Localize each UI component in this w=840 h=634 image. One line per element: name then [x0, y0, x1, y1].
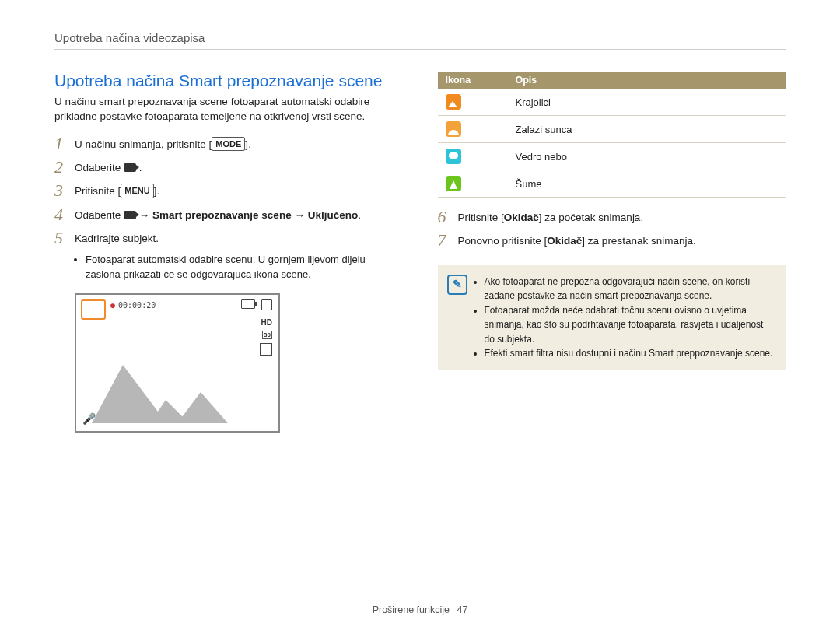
svg-marker-1 — [177, 392, 228, 423]
intro-text: U načinu smart prepoznavanja scene fotoa… — [54, 95, 403, 124]
left-column: Upotreba načina Smart prepoznavanje scen… — [54, 72, 403, 433]
table-header-icon: Ikona — [438, 72, 508, 89]
svg-marker-0 — [92, 365, 189, 423]
video-icon — [124, 163, 136, 172]
table-row: Šume — [438, 170, 786, 198]
storage-icon — [261, 299, 272, 310]
table-row: Vedro nebo — [438, 143, 786, 170]
step-3: 3 Pritisnite [MENU]. — [54, 182, 403, 199]
step-5: 5 Kadrirajte subjekt. — [54, 229, 403, 247]
step-2: 2 Odaberite . — [54, 159, 403, 176]
chapter-title: Upotreba načina videozapisa — [54, 31, 786, 50]
mode-button-label: MODE — [212, 137, 245, 152]
info-icon: ✎ — [447, 275, 467, 295]
step-7: 7 Ponovno pritisnite [Okidač] za prestan… — [438, 232, 786, 249]
table-row: Krajolici — [438, 89, 786, 116]
microphone-icon: 🎤 — [82, 412, 96, 425]
step-1: 1 U načinu snimanja, pritisnite [MODE]. — [54, 135, 403, 152]
step-text: Odaberite — [75, 162, 124, 173]
rec-time: 00:00:20 — [110, 301, 156, 310]
step-text: Pritisnite — [75, 185, 118, 197]
step-text: Kadrirajte subjekt. — [75, 229, 159, 247]
step-number: 2 — [54, 159, 75, 176]
forest-icon — [446, 176, 461, 191]
step-6: 6 Pritisnite [Okidač] za početak snimanj… — [438, 208, 786, 226]
scene-icon-table: Ikona Opis Krajolici Zalazi sunca — [438, 72, 786, 198]
battery-icon — [241, 299, 255, 309]
video-icon — [124, 211, 136, 219]
step-text: Odaberite — [75, 209, 124, 221]
menu-button-label: MENU — [121, 184, 153, 198]
camera-lcd-preview: 00:00:20 HD 30 🎤 — [75, 293, 280, 433]
note-item: Ako fotoaparat ne prepozna odgovarajući … — [485, 275, 775, 303]
scene-indicator-icon — [81, 299, 106, 320]
table-row: Zalazi sunca — [438, 116, 786, 143]
step-5-sub: Fotoaparat automatski odabire scenu. U g… — [75, 253, 403, 282]
step-number: 7 — [438, 232, 458, 249]
step-number: 5 — [54, 229, 75, 247]
step-number: 1 — [54, 135, 75, 152]
table-header-desc: Opis — [508, 72, 786, 89]
metering-icon — [260, 343, 272, 356]
fps-label: 30 — [262, 331, 272, 339]
step-text: U načinu snimanja, pritisnite — [75, 138, 209, 150]
section-heading: Upotreba načina Smart prepoznavanje scen… — [54, 72, 403, 90]
note-item: Efekti smart filtra nisu dostupni i nači… — [485, 346, 775, 361]
page-footer: Proširene funkcije 47 — [0, 604, 840, 615]
step-number: 4 — [54, 206, 75, 223]
note-item: Fotoaparat možda neće odabrati točnu sce… — [485, 303, 775, 347]
hd-label: HD — [261, 318, 272, 327]
landscape-icon — [446, 94, 461, 110]
right-column: Ikona Opis Krajolici Zalazi sunca — [438, 72, 786, 433]
clear-sky-icon — [446, 149, 461, 164]
step-number: 6 — [438, 208, 458, 226]
mountain-graphic — [92, 338, 255, 423]
sunset-icon — [446, 121, 461, 137]
info-note: ✎ Ako fotoaparat ne prepozna odgovarajuć… — [438, 265, 786, 371]
step-4: 4 Odaberite → Smart prepoznavanje scene … — [54, 206, 403, 223]
step-number: 3 — [54, 182, 75, 199]
